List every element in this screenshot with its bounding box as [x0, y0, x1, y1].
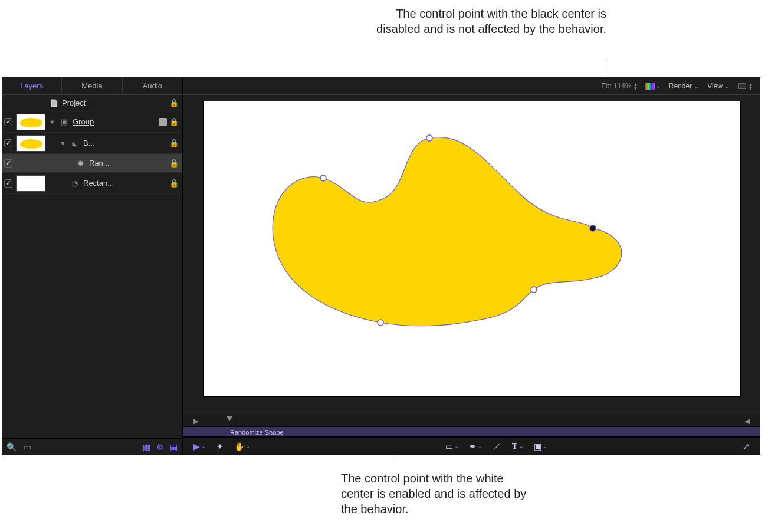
square-icon [738, 83, 746, 89]
zoom-control[interactable]: Fit: 114% ▴▾ [601, 82, 636, 90]
row-checkbox[interactable]: ✓ [4, 139, 12, 147]
layer-row-rectangle[interactable]: ✓ Rectan... 🔒 [2, 173, 182, 194]
disclosure-triangle-icon[interactable]: ▼ [60, 140, 67, 147]
rectangle-tool[interactable]: ▭⌄ [445, 442, 459, 451]
layer-thumbnail [16, 114, 45, 130]
lock-icon[interactable]: 🔒 [169, 117, 179, 126]
timeline-end-icon[interactable]: ◀ [744, 417, 750, 425]
select-tool[interactable]: ▶⌄ [193, 442, 206, 451]
lock-icon[interactable]: 🔒 [169, 179, 179, 188]
canvas[interactable] [203, 101, 741, 397]
annotation-bottom: The control point with the white center … [341, 471, 536, 517]
stack-icon [60, 117, 69, 127]
layer-label: Group [73, 117, 155, 126]
layer-label: B... [83, 139, 166, 147]
gear-icon[interactable]: ⚙ [156, 442, 164, 452]
color-channels-button[interactable]: ⌄ [645, 83, 661, 90]
behavior-track[interactable]: Randomize Shape [183, 426, 760, 437]
control-point-enabled[interactable] [426, 135, 432, 141]
layers-panel: Layers Media Audio Project 🔒 ✓ ▼ Group [2, 77, 183, 455]
annotation-top: The control point with the black center … [361, 6, 606, 37]
canvas-area [183, 95, 760, 415]
rainbow-icon [645, 83, 655, 90]
window-icon[interactable]: ▤ [170, 442, 178, 452]
layer-label: Ran... [89, 159, 166, 168]
lock-icon[interactable]: 🔒 [169, 159, 179, 168]
layer-row-randomize[interactable]: ✓ Ran... 🔒 [2, 154, 182, 173]
fit-value: 114% [613, 82, 632, 90]
gear-icon [76, 159, 86, 168]
app-window: Layers Media Audio Project 🔒 ✓ ▼ Group [2, 77, 760, 455]
lock-icon[interactable]: 🔒 [169, 98, 179, 107]
playhead-icon[interactable] [227, 416, 232, 421]
canvas-panel: Fit: 114% ▴▾ ⌄ Render View ▴▾ [183, 77, 760, 455]
3d-transform-tool[interactable]: ✦ [216, 442, 224, 451]
row-checkbox[interactable]: ✓ [4, 118, 12, 126]
bezier-shape[interactable] [273, 137, 622, 326]
tab-audio[interactable]: Audio [123, 77, 182, 94]
stepper-icon[interactable]: ▴▾ [634, 83, 637, 90]
control-point-disabled[interactable] [590, 225, 596, 231]
wedge-icon [70, 179, 80, 188]
layer-label: Rectan... [83, 179, 166, 188]
tab-media[interactable]: Media [62, 77, 122, 94]
search-icon[interactable]: 🔍 [6, 442, 17, 452]
lock-icon[interactable]: 🔒 [169, 139, 179, 147]
track-label: Randomize Shape [230, 429, 284, 436]
control-point-enabled[interactable] [320, 175, 326, 181]
text-tool[interactable]: T⌄ [512, 442, 523, 451]
view-menu[interactable]: View [707, 82, 730, 90]
canvas-topbar: Fit: 114% ▴▾ ⌄ Render View ▴▾ [183, 77, 760, 95]
layout-menu[interactable]: ▴▾ [738, 83, 752, 90]
layer-thumbnail [16, 175, 45, 192]
control-point-enabled[interactable] [531, 287, 537, 293]
shape-icon [70, 139, 80, 148]
control-point-enabled[interactable] [378, 320, 383, 326]
checker-icon[interactable]: ▩ [143, 442, 150, 452]
tab-layers[interactable]: Layers [2, 77, 62, 94]
sidebar-bottom-bar: 🔍 ▭ ▩ ⚙ ▤ [2, 438, 182, 455]
filters-icon[interactable] [159, 118, 167, 126]
layer-thumbnail [16, 135, 45, 152]
frame-icon[interactable]: ▭ [24, 442, 31, 452]
expand-icon[interactable]: ⤢ [743, 442, 750, 451]
layer-row-project[interactable]: Project 🔒 [2, 95, 182, 111]
brush-tool[interactable]: ／ [493, 441, 501, 452]
render-menu[interactable]: Render [669, 82, 699, 90]
row-checkbox[interactable]: ✓ [4, 179, 12, 188]
pan-tool[interactable]: ✋⌄ [234, 442, 250, 451]
layer-row-bezier[interactable]: ✓ ▼ B... 🔒 [2, 133, 182, 154]
timeline-start-icon[interactable]: ▶ [193, 417, 199, 425]
layer-label: Project [62, 98, 166, 107]
pen-tool[interactable]: ✒⌄ [470, 442, 483, 451]
row-checkbox[interactable]: ✓ [4, 159, 12, 168]
disclosure-triangle-icon[interactable]: ▼ [49, 119, 56, 126]
document-icon [49, 98, 58, 108]
layer-row-group[interactable]: ✓ ▼ Group 🔒 [2, 111, 182, 133]
fit-label: Fit: [601, 82, 611, 90]
layer-rows: Project 🔒 ✓ ▼ Group 🔒 ✓ ▼ [2, 95, 182, 438]
canvas-toolbar: ▶⌄ ✦ ✋⌄ ▭⌄ ✒⌄ ／ T⌄ ▣⌄ ⤢ [183, 437, 760, 455]
panel-tabs: Layers Media Audio [2, 77, 182, 95]
mini-timeline[interactable]: ▶ ◀ [183, 415, 760, 426]
mask-tool[interactable]: ▣⌄ [534, 442, 547, 451]
